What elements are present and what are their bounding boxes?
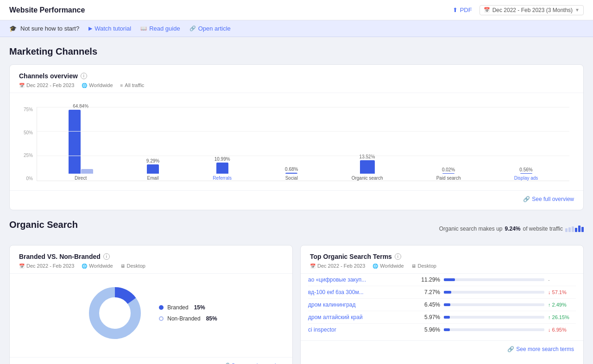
mini-bar-6 [581,227,584,232]
bar-direct-light [81,169,93,174]
donut-legend: Branded 15% Non-Branded 85% [159,304,217,322]
page-header: Website Performance ⬆ PDF 📅 Dec 2022 - F… [0,0,593,20]
search-term-0[interactable]: ао «цифровые закуп... [308,276,409,283]
search-pct-3: 5.97% [412,314,440,320]
date-range-selector[interactable]: 📅 Dec 2022 - Feb 2023 (3 Months) ▼ [479,5,584,15]
branded-date-meta: 📅 Dec 2022 - Feb 2023 [19,263,74,269]
bar-organic: 13.52% Organic search [352,154,383,181]
top-terms-location-meta: 🌐 Worldwide [372,263,404,269]
progress-fill-1 [444,291,451,294]
bar-social: 0.68% Social [285,167,298,181]
bar-label-paid: Paid search [436,176,461,181]
change-0: - [548,277,576,282]
branded-device-meta: 🖥 Desktop [120,263,145,269]
progress-bg-1 [444,291,544,294]
desktop-icon: 🖥 [411,264,416,269]
top-terms-card-meta: 📅 Dec 2022 - Feb 2023 🌐 Worldwide 🖥 Desk… [310,263,574,269]
read-guide-link[interactable]: 📖 Read guide [140,25,180,32]
organic-mini-bars [565,226,584,232]
channels-location-meta: 🌐 Worldwide [82,82,113,88]
link-icon: 🔗 [523,196,530,202]
search-term-4[interactable]: ci inspector [308,326,409,333]
open-article-link[interactable]: 🔗 Open article [189,25,231,32]
search-term-3[interactable]: дром алтайский край [308,314,409,320]
mini-bar-1 [565,228,568,232]
tutorial-bar: 🎓 Not sure how to start? ▶ Watch tutoria… [0,20,593,37]
top-terms-info-icon[interactable]: i [395,253,401,260]
book-icon: 📖 [140,25,147,31]
search-term-1[interactable]: вд-100 екf 6за 300м... [308,289,409,295]
bar-referrals: 10.99% Referrals [213,157,232,181]
calendar-icon: 📅 [484,7,490,13]
branded-card: Branded VS. Non-Branded i 📅 Dec 2022 - F… [9,245,293,364]
calendar-icon: 📅 [310,264,315,269]
bar-label-email: Email [147,176,158,181]
desktop-icon: 🖥 [120,264,125,269]
pdf-icon: ⬆ [453,6,458,13]
bar-display-dark [520,173,532,174]
hat-icon: 🎓 [9,25,17,32]
globe-icon-small: 🌐 [82,83,87,88]
channels-info-icon[interactable]: i [81,73,87,79]
search-row-3: дром алтайский край 5.97% ↑ 26.15% [308,311,576,324]
bar-social-dark [285,173,297,174]
organic-search-subtitle: Organic search makes up 9.24% of website… [439,226,584,232]
bar-label-display[interactable]: Display ads [514,176,538,181]
progress-fill-4 [444,328,450,331]
top-terms-device-meta: 🖥 Desktop [411,263,436,269]
search-pct-0: 11.29% [412,276,440,283]
bar-chart-area: 75% 50% 25% 0% 64.84% [10,93,583,186]
top-terms-date-meta: 📅 Dec 2022 - Feb 2023 [310,263,365,269]
tutorial-bar-label: 🎓 Not sure how to start? [9,25,79,32]
search-term-2[interactable]: дром калининград [308,301,409,308]
branded-location-meta: 🌐 Worldwide [82,263,113,269]
top-terms-card: Top Organic Search Terms i 📅 Dec 2022 - … [300,245,584,364]
see-more-search-terms-link[interactable]: 🔗 See more search terms [507,346,574,352]
progress-bg-4 [444,328,544,331]
channels-card-footer: 🔗 See full overview [10,190,583,210]
mini-bar-2 [568,227,571,232]
donut-chart [85,283,145,343]
channels-card-meta: 📅 Dec 2022 - Feb 2023 🌐 Worldwide ≡ All … [19,82,574,88]
see-full-overview-link[interactable]: 🔗 See full overview [523,196,574,202]
change-4: ↓ 6.95% [548,327,576,333]
globe-icon: 🌐 [82,264,87,269]
marketing-channels-title: Marketing Channels [9,46,584,57]
search-terms-list: ао «цифровые закуп... 11.29% - вд-100 ек… [301,274,583,336]
bar-label-referrals[interactable]: Referrals [213,176,232,181]
mini-bar-4 [575,228,577,232]
channels-traffic-meta: ≡ All traffic [120,82,145,88]
globe-icon: 🌐 [372,264,378,269]
bar-direct: 64.84% Direct [69,104,93,181]
mini-bar-5 [578,226,580,232]
watch-tutorial-link[interactable]: ▶ Watch tutorial [88,25,131,32]
top-terms-card-title: Top Organic Search Terms i [310,253,574,260]
donut-container: Branded 15% Non-Branded 85% [10,274,292,352]
search-row-2: дром калининград 6.45% ↑ 2.49% [308,299,576,311]
top-terms-card-footer: 🔗 See more search terms [301,340,583,360]
page-title: Website Performance [9,6,85,14]
bar-label-direct: Direct [75,176,87,181]
channels-date-meta: 📅 Dec 2022 - Feb 2023 [19,82,74,88]
channels-card-title: Channels overview i [19,72,574,80]
search-row-4: ci inspector 5.96% ↓ 6.95% [308,324,576,336]
main-content: Marketing Channels Channels overview i 📅… [0,37,593,364]
bar-organic-dark [360,160,375,174]
calendar-icon-small: 📅 [19,83,25,88]
organic-two-col: Branded VS. Non-Branded i 📅 Dec 2022 - F… [9,245,584,364]
pdf-button[interactable]: ⬆ PDF [453,6,472,13]
chevron-down-icon: ▼ [575,7,580,13]
organic-search-title: Organic Search [9,220,78,230]
branded-info-icon[interactable]: i [103,253,110,260]
bar-label-organic: Organic search [352,176,383,181]
legend-branded: Branded 15% [159,304,217,311]
change-3: ↑ 26.15% [548,314,576,320]
mini-bar-3 [572,226,574,232]
top-terms-card-header: Top Organic Search Terms i 📅 Dec 2022 - … [301,245,583,274]
y-label-0: 0% [24,176,33,181]
change-1: ↓ 57.1% [548,289,576,295]
progress-bg-3 [444,316,544,319]
branded-card-meta: 📅 Dec 2022 - Feb 2023 🌐 Worldwide 🖥 Desk… [19,263,283,269]
bar-referrals-dark [216,163,228,174]
search-pct-2: 6.45% [412,301,440,308]
